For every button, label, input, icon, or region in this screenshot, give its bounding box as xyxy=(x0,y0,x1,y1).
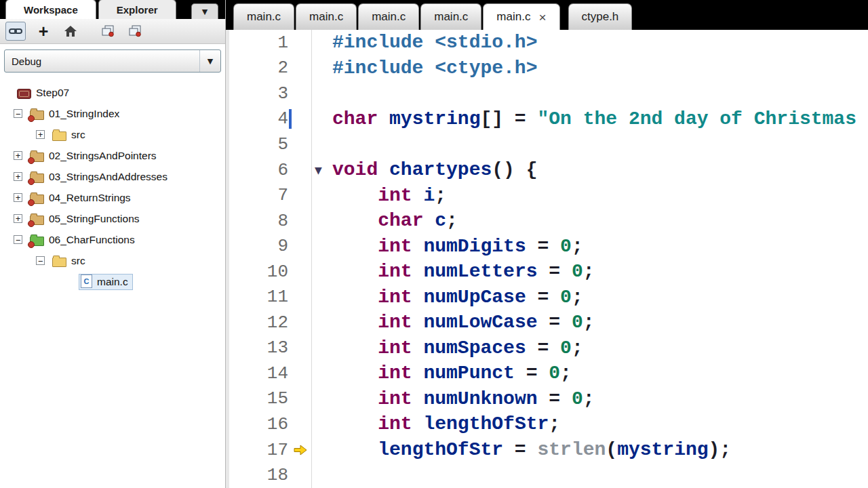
line-number: 6 xyxy=(229,160,288,180)
editor-margin xyxy=(288,81,332,106)
editor-tab-label: main.c xyxy=(309,10,343,24)
expand-icon[interactable]: + xyxy=(14,172,22,181)
code-area[interactable]: 1#include <stdio.h>2#include <ctype.h>34… xyxy=(229,30,868,488)
code-text: char c; xyxy=(332,210,458,231)
editor-margin xyxy=(288,30,332,56)
editor-tab[interactable]: main.c xyxy=(420,3,481,30)
line-number: 8 xyxy=(229,211,288,231)
editor-margin xyxy=(288,336,332,361)
line-number: 4 xyxy=(229,108,288,129)
tree-item[interactable]: −06_CharFunctions xyxy=(0,229,225,250)
line-number: 17 xyxy=(229,440,288,460)
expand-icon[interactable]: + xyxy=(14,214,22,223)
expand-icon[interactable]: + xyxy=(14,151,22,160)
editor-margin xyxy=(288,386,332,412)
project-explorer-panel: Workspace Explorer ▼ + xyxy=(0,0,226,488)
code-text: #include <stdio.h> xyxy=(332,32,537,53)
code-text: int numSpaces = 0; xyxy=(332,338,583,359)
folder-icon xyxy=(52,258,66,267)
link-icon xyxy=(9,26,22,36)
code-line[interactable]: 6▼void chartypes() { xyxy=(229,157,868,183)
fold-collapse-icon[interactable]: ▼ xyxy=(315,165,322,176)
code-text: char mystring[] = "On the 2nd day of Chr… xyxy=(332,108,856,129)
editor-tabbar: main.cmain.cmain.cmain.cmain.c×ctype.h xyxy=(229,0,868,30)
code-text: int numUnknown = 0; xyxy=(332,388,595,409)
editor-margin xyxy=(288,310,332,336)
editor-tab[interactable]: main.c xyxy=(296,3,357,30)
code-line[interactable]: 5 xyxy=(229,131,868,157)
expand-icon[interactable]: + xyxy=(36,130,45,139)
chevron-down-icon[interactable]: ▼ xyxy=(199,50,220,72)
tree-item[interactable]: −01_StringIndex xyxy=(0,103,225,124)
code-line[interactable]: 3 xyxy=(229,81,868,106)
code-text: void chartypes() { xyxy=(332,159,537,180)
editor-tab[interactable]: main.c× xyxy=(483,3,559,30)
expand-icon[interactable]: + xyxy=(14,193,22,202)
code-line[interactable]: 14 int numPunct = 0; xyxy=(229,361,868,386)
code-line[interactable]: 16 int lengthOfStr; xyxy=(229,411,868,437)
code-line[interactable]: 17 lengthOfStr = strlen(mystring); xyxy=(229,437,868,463)
add-button[interactable]: + xyxy=(34,22,53,40)
line-number: 12 xyxy=(229,312,288,333)
editor-margin xyxy=(288,437,332,463)
code-text: int numDigits = 0; xyxy=(332,236,583,257)
code-line[interactable]: 9 int numDigits = 0; xyxy=(229,233,868,259)
tree-item[interactable]: +02_StringsAndPointers xyxy=(0,145,225,166)
cproject-icon xyxy=(30,216,44,225)
tab-workspace[interactable]: Workspace xyxy=(5,0,96,19)
collapse-icon[interactable]: − xyxy=(36,256,45,265)
project-tree: Step07−01_StringIndex+src+02_StringsAndP… xyxy=(0,77,225,292)
code-line[interactable]: 4char mystring[] = "On the 2nd day of Ch… xyxy=(229,106,868,132)
code-line[interactable]: 7 int i; xyxy=(229,182,868,208)
tree-item[interactable]: Cmain.c xyxy=(0,271,225,292)
tree-item[interactable]: +03_StringsAndAddresses xyxy=(0,166,225,187)
code-line[interactable]: 11 int numUpCase = 0; xyxy=(229,284,868,310)
tree-item[interactable]: −src xyxy=(0,250,225,271)
code-line[interactable]: 18 xyxy=(229,462,868,488)
editor-margin xyxy=(288,411,332,437)
tab-close-icon[interactable]: × xyxy=(538,11,546,24)
tab-explorer[interactable]: Explorer xyxy=(98,0,176,19)
code-line[interactable]: 15 int numUnknown = 0; xyxy=(229,386,868,412)
code-text: lengthOfStr = strlen(mystring); xyxy=(332,439,731,460)
code-line[interactable]: 10 int numLetters = 0; xyxy=(229,259,868,285)
link-editor-button[interactable] xyxy=(5,22,26,41)
tab-explorer-label: Explorer xyxy=(117,4,158,16)
cproject-icon xyxy=(30,110,44,120)
collapse-icon[interactable]: − xyxy=(14,109,22,118)
editor-margin xyxy=(288,233,332,259)
tree-item[interactable]: +04_ReturnStrings xyxy=(0,187,225,208)
tree-item-label: 06_CharFunctions xyxy=(49,234,135,246)
chevron-down-icon[interactable]: ▼ xyxy=(191,3,218,19)
editor-tab[interactable]: ctype.h xyxy=(568,3,633,30)
editor-margin xyxy=(288,361,332,386)
editor-tab-label: main.c xyxy=(434,10,468,24)
code-line[interactable]: 2#include <ctype.h> xyxy=(229,56,868,81)
cproject-icon xyxy=(30,152,44,162)
debug-pointer-icon xyxy=(294,445,307,455)
editor-margin: ▼ xyxy=(288,157,332,183)
code-line[interactable]: 1#include <stdio.h> xyxy=(229,30,868,56)
line-number: 15 xyxy=(229,388,288,409)
tree-item[interactable]: +05_StringFunctions xyxy=(0,208,225,229)
editor-tab-label: main.c xyxy=(247,10,281,24)
editor-tab[interactable]: main.c xyxy=(358,3,419,30)
editor-tab[interactable]: main.c xyxy=(233,3,294,30)
cproject-icon xyxy=(30,174,44,183)
code-line[interactable]: 13 int numSpaces = 0; xyxy=(229,336,868,361)
tree-item-label: 04_ReturnStrings xyxy=(49,192,131,204)
tree-item-label: main.c xyxy=(97,276,128,288)
line-number: 10 xyxy=(229,262,288,282)
tree-item[interactable]: +src xyxy=(0,124,225,145)
debug-view-button-2[interactable] xyxy=(126,22,145,40)
debug-view-button[interactable] xyxy=(99,22,118,40)
tree-item-label: 01_StringIndex xyxy=(49,108,119,120)
tree-item-label: 05_StringFunctions xyxy=(49,213,140,225)
collapse-icon[interactable]: − xyxy=(14,235,22,244)
tree-item[interactable]: Step07 xyxy=(0,82,225,103)
ide-window: Workspace Explorer ▼ + xyxy=(0,0,868,488)
home-button[interactable] xyxy=(61,22,80,40)
code-line[interactable]: 12 int numLowCase = 0; xyxy=(229,310,868,336)
code-line[interactable]: 8 char c; xyxy=(229,208,868,234)
debug-dropdown[interactable]: Debug ▼ xyxy=(4,49,221,73)
